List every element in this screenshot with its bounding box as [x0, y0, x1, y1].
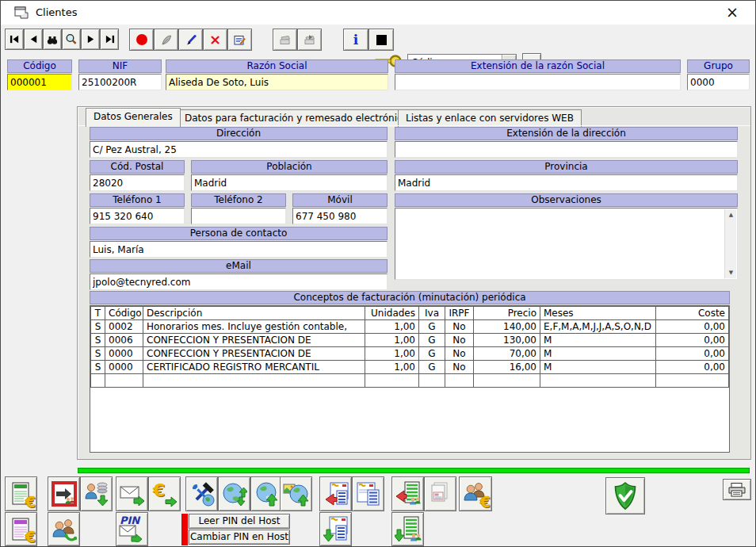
- edit-notes-icon[interactable]: [227, 29, 252, 51]
- clients-phone-button[interactable]: [48, 512, 80, 546]
- invoice-view-button[interactable]: [352, 476, 384, 511]
- table-row[interactable]: S0000CERTIFICADO REGISTRO MERCANTIL1,00G…: [91, 361, 729, 374]
- copy-documents-button[interactable]: [424, 476, 456, 511]
- observaciones-scrollbar[interactable]: ▲ ▼: [724, 209, 736, 278]
- observaciones-label: Observaciones: [395, 193, 738, 207]
- progress-bar: [78, 468, 750, 473]
- nif-field[interactable]: [78, 74, 162, 90]
- delete-icon[interactable]: ×: [203, 29, 227, 51]
- euro-icon: €: [25, 495, 36, 509]
- first-record-button[interactable]: [5, 29, 24, 50]
- table-row[interactable]: S0000CONFECCION Y PRESENTACION DE1,00GNo…: [91, 347, 729, 361]
- validate-button[interactable]: [605, 477, 645, 514]
- client-data-download-button[interactable]: [80, 476, 113, 511]
- cod-postal-label: Cód. Postal: [90, 160, 185, 174]
- telefono1-label: Teléfono 1: [90, 193, 185, 207]
- poblacion-label: Población: [191, 160, 388, 174]
- last-record-button[interactable]: [100, 29, 119, 50]
- pin-send-button[interactable]: PIN: [116, 512, 148, 546]
- invoice-download-button[interactable]: [319, 512, 352, 546]
- pin-status-indicator: [181, 514, 188, 545]
- direccion-field[interactable]: [90, 141, 388, 158]
- cod-postal-field[interactable]: [90, 174, 185, 191]
- tab-facturacion[interactable]: Datos para facturación y remesado electr…: [177, 109, 416, 127]
- razon-social-field[interactable]: [166, 74, 388, 90]
- list-import-clients-button[interactable]: [391, 476, 424, 511]
- grupo-field[interactable]: [687, 74, 750, 90]
- print-batch-export-icon[interactable]: [297, 29, 322, 51]
- search-icon[interactable]: [62, 29, 81, 50]
- conceptos-title: Conceptos de facturación (minutación) pe…: [90, 291, 730, 304]
- telefono2-field[interactable]: [191, 208, 286, 224]
- clientes-window: Clientes × × i Código ▼ ? Código NIF Raz…: [0, 0, 756, 547]
- extension-direccion-label: Extensión de la dirección: [395, 127, 738, 140]
- leer-pin-button[interactable]: Leer PIN del Host: [189, 514, 290, 529]
- movil-label: Móvil: [292, 193, 388, 207]
- persona-contacto-label: Persona de contacto: [90, 227, 388, 240]
- email-field[interactable]: [90, 274, 388, 290]
- extension-razon-field[interactable]: [395, 74, 681, 90]
- titlebar: Clientes ×: [1, 1, 755, 25]
- top-toolbar: × i Código ▼ ?: [1, 25, 755, 53]
- print-button[interactable]: [723, 479, 751, 500]
- scroll-down-icon[interactable]: ▼: [725, 267, 737, 278]
- web-upload-button[interactable]: [250, 476, 283, 511]
- send-euro-button[interactable]: €: [148, 476, 181, 511]
- email-label: eMail: [90, 259, 388, 273]
- persona-contacto-field[interactable]: [90, 241, 388, 258]
- codigo-field[interactable]: [7, 74, 72, 90]
- euro-icon: €: [480, 495, 491, 509]
- direccion-label: Dirección: [90, 127, 388, 140]
- web-sync-button[interactable]: [218, 476, 250, 511]
- conceptos-table[interactable]: T Código Descripción Unidades Iva IRPF P…: [90, 305, 730, 453]
- nif-label: NIF: [78, 59, 162, 73]
- extension-razon-label: Extensión de la razón Social: [395, 59, 681, 73]
- table-row[interactable]: S0002Honorarios mes. Incluye gestión con…: [91, 320, 729, 334]
- close-icon[interactable]: ×: [716, 1, 749, 25]
- euro-icon: €: [153, 480, 165, 500]
- form-icon: [14, 6, 29, 19]
- table-row[interactable]: [91, 374, 729, 388]
- codigo-label: Código: [7, 59, 72, 73]
- telefono1-field[interactable]: [90, 208, 185, 224]
- extension-direccion-field[interactable]: [395, 141, 738, 158]
- new-record-icon[interactable]: [129, 29, 154, 51]
- stop-icon[interactable]: [368, 29, 394, 51]
- provincia-field[interactable]: [395, 174, 738, 191]
- tab-datos-generales[interactable]: Datos Generales: [86, 108, 181, 127]
- info-icon[interactable]: i: [343, 29, 368, 51]
- tab-listas-web[interactable]: Listas y enlace con servidores WEB: [398, 109, 582, 127]
- web-image-upload-button[interactable]: [280, 476, 312, 511]
- export-clients-button[interactable]: [48, 476, 80, 511]
- observaciones-field[interactable]: ▲ ▼: [395, 208, 738, 280]
- invoice-euro-green-button[interactable]: €: [5, 476, 37, 511]
- send-email-button[interactable]: [116, 476, 148, 511]
- cambiar-pin-button[interactable]: Cambiar PIN en Host: [189, 530, 290, 545]
- scroll-up-icon[interactable]: ▲: [725, 209, 737, 220]
- record-icon: [136, 34, 147, 45]
- provincia-label: Provincia: [395, 160, 738, 174]
- grupo-label: Grupo: [687, 59, 750, 73]
- invoice-import-button[interactable]: [319, 476, 352, 511]
- euro-icon: €: [25, 530, 36, 544]
- tools-button[interactable]: [185, 476, 218, 511]
- list-download-clients-button[interactable]: [391, 512, 424, 546]
- find-icon[interactable]: [43, 29, 62, 50]
- table-row[interactable]: S0006CONFECCION Y PRESENTACION DE1,00GNo…: [91, 334, 729, 347]
- telefono2-label: Teléfono 2: [191, 193, 286, 207]
- razon-social-label: Razón Social: [166, 59, 388, 73]
- movil-field[interactable]: [292, 208, 388, 224]
- modify-pen-icon[interactable]: [178, 29, 203, 51]
- invoice-euro-purple-button[interactable]: €: [5, 512, 37, 546]
- prev-record-button[interactable]: [24, 29, 43, 50]
- next-record-button[interactable]: [81, 29, 100, 50]
- clients-euro-button[interactable]: €: [459, 476, 492, 511]
- window-title: Clientes: [36, 6, 77, 18]
- edit-feather-icon[interactable]: [154, 29, 178, 51]
- print-batch-icon[interactable]: [273, 29, 297, 51]
- table-header-row: T Código Descripción Unidades Iva IRPF P…: [91, 307, 729, 320]
- poblacion-field[interactable]: [191, 174, 388, 191]
